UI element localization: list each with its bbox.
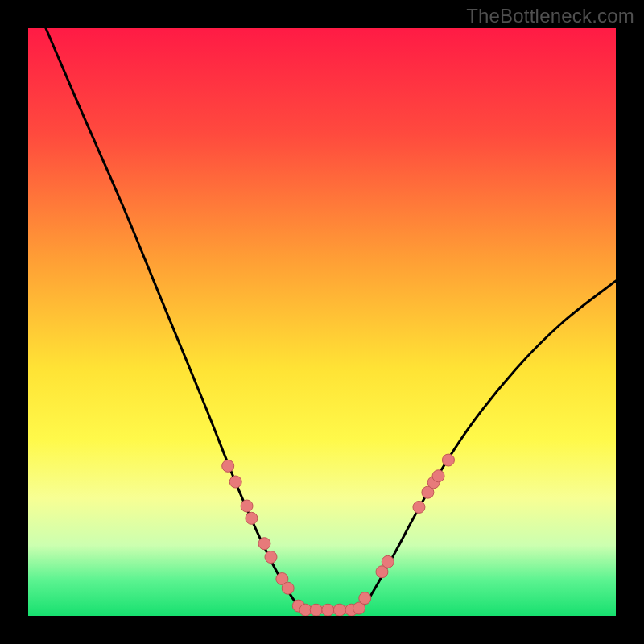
data-dot — [413, 501, 425, 513]
data-dot — [229, 476, 242, 488]
data-dot — [222, 460, 234, 472]
data-dot — [442, 454, 454, 466]
data-dot — [333, 604, 345, 616]
watermark-text: TheBottleneck.com — [466, 5, 634, 27]
data-dot — [241, 500, 253, 512]
right-curve — [357, 281, 616, 610]
data-dot — [265, 551, 277, 564]
data-dot — [282, 582, 294, 594]
data-dot — [359, 592, 371, 605]
data-dot — [258, 538, 270, 550]
data-dots — [222, 454, 455, 616]
data-dot — [432, 470, 444, 482]
data-dot — [246, 512, 258, 524]
left-curve — [46, 28, 304, 610]
plot-area — [28, 28, 616, 616]
data-dot — [322, 604, 334, 616]
curve-layer — [28, 28, 616, 616]
chart-frame: TheBottleneck.com — [0, 0, 644, 644]
data-dot — [310, 604, 322, 616]
data-dot — [382, 555, 394, 568]
